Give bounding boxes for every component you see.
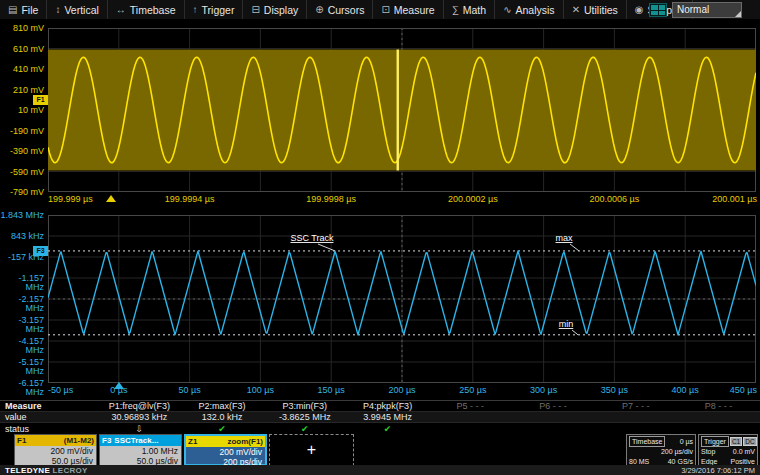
measure-param-header-p1[interactable]: P1:freq@lv(F3)	[98, 401, 181, 411]
oscilloscope-app: ▤File↕Vertical↔Timebase↑Trigger⊟Display⊕…	[0, 0, 760, 475]
measure-param-header-p7[interactable]: P7 - - -	[595, 401, 678, 411]
x-tick-label: 250 µs	[459, 386, 486, 395]
y-tick-label: 210 mV	[0, 86, 44, 95]
y-tick-label: 10 mV	[0, 106, 44, 115]
status-empty	[512, 424, 595, 434]
trigger-coupling-badge: DC	[743, 437, 756, 446]
x-tick-label: 200.0006 µs	[590, 195, 640, 204]
measure-row-title: Measure	[0, 401, 98, 411]
add-trace-button[interactable]: +	[269, 434, 354, 466]
f1-source: (M1-M2)	[64, 436, 94, 445]
f3-ssc-track-waveform-plot[interactable]: SSC Trackmaxmin	[48, 215, 756, 383]
measure-param-header-p3[interactable]: P3:min(F3)	[264, 401, 347, 411]
menu-item-cursors[interactable]: ⊕Cursors	[307, 0, 373, 19]
max-annotation: max	[555, 233, 573, 243]
measure-menu-icon: ⊡	[381, 4, 389, 15]
menu-item-label: Trigger	[202, 4, 235, 16]
y-tick-label: 1.843 MHz	[0, 211, 44, 220]
measure-param-value-p6	[512, 412, 595, 422]
menu-item-label: File	[21, 4, 38, 16]
menu-item-vertical[interactable]: ↕Vertical	[47, 0, 107, 19]
measure-param-header-p8[interactable]: P8 - - -	[677, 401, 760, 411]
measure-status-row: status ⇩✔✔✔	[0, 423, 760, 434]
vertical-menu-icon: ↕	[55, 4, 60, 15]
f1-trace-descriptor[interactable]: F1(M1-M2) 200 mV/div 50.0 µs/div	[14, 434, 97, 466]
menu-item-math[interactable]: ∑Math	[444, 0, 495, 19]
f1-vertical-scale: 200 mV/div	[15, 446, 96, 456]
menu-item-utilities[interactable]: ✕Utilities	[564, 0, 627, 19]
measure-param-value-p7	[595, 412, 678, 422]
display-grid-icon[interactable]	[649, 3, 667, 17]
menu-item-measure[interactable]: ⊡Measure	[373, 0, 443, 19]
menu-item-trigger[interactable]: ↑Trigger	[185, 0, 244, 19]
y-tick-label: -6.157 MHz	[0, 379, 44, 397]
measure-param-value-p5	[429, 412, 512, 422]
x-tick-label: 350 µs	[601, 386, 628, 395]
menu-item-timebase[interactable]: ↔Timebase	[108, 0, 185, 19]
menu-item-label: Math	[463, 4, 486, 16]
cursors-menu-icon: ⊕	[315, 4, 323, 15]
f1-zero-level-badge[interactable]: F1	[33, 95, 48, 105]
x-tick-label: 200 µs	[388, 386, 415, 395]
menubar: ▤File↕Vertical↔Timebase↑Trigger⊟Display⊕…	[0, 0, 760, 20]
measure-param-value-p4: 3.9945 MHz	[346, 412, 429, 422]
measure-header-row: Measure P1:freq@lv(F3)P2:max(F3)P3:min(F…	[0, 401, 760, 412]
y-tick-label: 610 mV	[0, 45, 44, 54]
measure-param-header-p6[interactable]: P6 - - -	[512, 401, 595, 411]
y-tick-label: -590 mV	[0, 168, 44, 177]
measure-param-header-p2[interactable]: P2:max(F3)	[181, 401, 264, 411]
measure-table: Measure P1:freq@lv(F3)P2:max(F3)P3:min(F…	[0, 400, 760, 433]
menu-item-display[interactable]: ⊟Display	[243, 0, 307, 19]
f3-source: SSCTrack...	[114, 436, 158, 445]
display-mode-dropdown[interactable]: Normal	[672, 2, 742, 18]
trigger-menu-icon: ↑	[193, 4, 198, 15]
y-tick-label: -2.157 MHz	[0, 295, 44, 313]
utilities-menu-icon: ✕	[572, 4, 580, 15]
menu-right: Normal	[649, 0, 760, 20]
measure-param-header-p4[interactable]: P4:pkpk(F3)	[346, 401, 429, 411]
ssc-track-annotation: SSC Track	[290, 233, 334, 243]
datetime-stamp: 3/29/2016 7:06:12 PM	[681, 466, 755, 475]
x-tick-label: 50 µs	[178, 386, 200, 395]
add-trace-plus-icon: +	[307, 441, 316, 459]
measure-value-row: value 30.96893 kHz132.0 kHz-3.8625 MHz3.…	[0, 412, 760, 423]
status-ok-icon: ✔	[181, 424, 264, 434]
menu-item-label: Cursors	[328, 4, 365, 16]
z1-zoom-waveform-plot[interactable]	[48, 28, 756, 192]
status-empty	[595, 424, 678, 434]
menu-item-label: Display	[264, 4, 298, 16]
menu-item-label: Analysis	[516, 4, 555, 16]
y-tick-label: -1.157 MHz	[0, 274, 44, 292]
brand-logo: TELEDYNE LECROY	[5, 466, 88, 475]
z1-trigger-position-marker[interactable]	[106, 195, 116, 202]
trigger-descriptor[interactable]: TriggerC1DC Stop0.0 mV EdgePositive	[698, 434, 758, 466]
min-annotation: min	[559, 319, 574, 329]
timebase-descriptor[interactable]: Timebase0 µs 200 µs/div 80 MS40 GS/s	[626, 434, 696, 466]
y-tick-label: -3.157 MHz	[0, 316, 44, 334]
y-tick-label: -4.157 MHz	[0, 337, 44, 355]
grid-icon-cell	[659, 11, 666, 16]
x-tick-label: 200.0002 µs	[448, 195, 498, 204]
x-tick-label: 150 µs	[318, 386, 345, 395]
measure-param-value-p1: 30.96893 kHz	[98, 412, 181, 422]
z1-vertical-scale: 200 mV/div	[186, 447, 265, 457]
menu-item-file[interactable]: ▤File	[0, 0, 47, 19]
y-tick-label: -190 mV	[0, 127, 44, 136]
menu-item-analysis[interactable]: ∿Analysis	[495, 0, 564, 19]
x-tick-label: 100 µs	[247, 386, 274, 395]
status-ok-icon: ✔	[346, 424, 429, 434]
status-empty	[677, 424, 760, 434]
measure-param-header-p5[interactable]: P5 - - -	[429, 401, 512, 411]
f3-zero-level-badge[interactable]: F3	[33, 246, 48, 256]
x-tick-label: 450 µs	[730, 386, 757, 395]
f3-trigger-position-marker[interactable]	[114, 382, 124, 389]
z1-trace-descriptor[interactable]: Z1zoom(F1) 200 mV/div 200 ps/div	[184, 434, 267, 466]
timebase-menu-icon: ↔	[116, 4, 126, 15]
measure-param-value-p2: 132.0 kHz	[181, 412, 264, 422]
f3-trace-descriptor[interactable]: F3SSCTrack... 1.00 MHz 50.0 µs/div	[99, 434, 182, 466]
trigger-label: Trigger	[701, 436, 729, 447]
menu-item-label: Utilities	[584, 4, 618, 16]
y-tick-label: -790 mV	[0, 188, 44, 197]
value-row-title: value	[0, 412, 98, 422]
status-arrow-icon: ⇩	[98, 424, 181, 434]
